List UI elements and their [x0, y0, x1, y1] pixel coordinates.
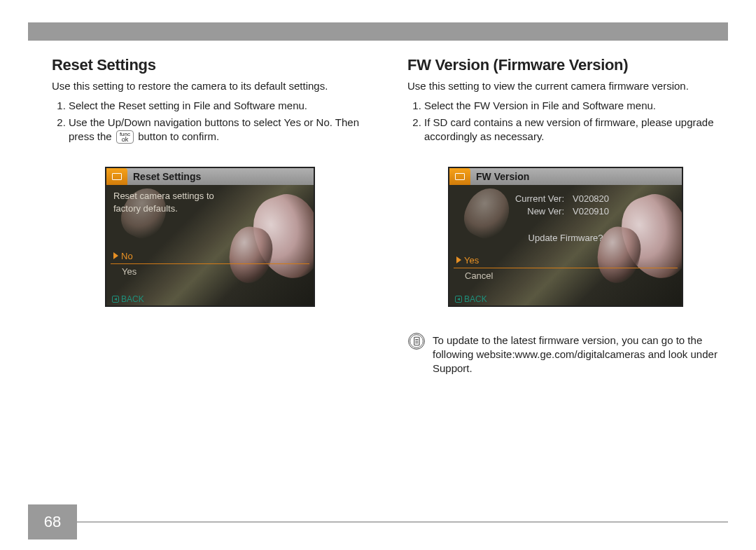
back-button[interactable]: ◂ BACK [112, 294, 144, 304]
back-icon: ◂ [455, 296, 462, 303]
note-icon [407, 332, 426, 354]
back-icon: ◂ [112, 296, 119, 303]
current-ver-value: V020820 [568, 193, 609, 204]
prompt: Update Firmware? [449, 233, 682, 243]
option-label: Cancel [465, 270, 493, 281]
message-line: factory defaults. [113, 203, 178, 214]
step-text: button to confirm. [138, 130, 219, 142]
intro-reset: Use this setting to restore the camera t… [52, 80, 368, 93]
menu-tab-icon [106, 168, 127, 185]
selection-arrow-icon [456, 256, 461, 263]
option-yes[interactable]: Yes [122, 266, 136, 277]
option-label: No [121, 251, 133, 261]
intro-fw: Use this setting to view the current cam… [407, 80, 724, 93]
option-yes[interactable]: Yes [456, 255, 479, 266]
screenshot-fw: FW Version Current Ver: V020820 New Ver:… [448, 167, 683, 307]
step: If SD card contains a new version of fir… [424, 116, 724, 144]
option-label: Yes [122, 266, 136, 277]
option-label: Yes [464, 255, 479, 266]
note: To update to the latest firmware version… [407, 332, 724, 376]
back-label: BACK [464, 294, 487, 304]
current-ver-label: Current Ver: [449, 193, 568, 204]
ok-label: ok [120, 137, 130, 142]
screenshot-reset: Reset Settings Reset camera settings to … [105, 167, 315, 307]
screenshot-header: FW Version [449, 168, 682, 185]
option-cancel[interactable]: Cancel [465, 270, 493, 281]
column-reset-settings: Reset Settings Use this setting to resto… [52, 56, 368, 376]
selection-arrow-icon [113, 252, 118, 259]
step: Use the Up/Down navigation buttons to se… [69, 116, 368, 144]
footer-rule [77, 521, 728, 523]
steps-reset: Select the Reset setting in File and Sof… [52, 99, 368, 144]
new-ver-row: New Ver: V020910 [449, 206, 682, 216]
heading-reset: Reset Settings [52, 56, 368, 74]
step: Select the Reset setting in File and Sof… [69, 99, 368, 113]
option-divider [111, 263, 309, 264]
note-text: To update to the latest firmware version… [433, 332, 724, 376]
screenshot-header: Reset Settings [106, 168, 314, 185]
screenshot-title: FW Version [476, 171, 529, 182]
steps-fw: Select the FW Version in File and Softwa… [407, 99, 724, 144]
message-line: Reset camera settings to [113, 191, 214, 201]
func-ok-button-icon: func ok [116, 130, 134, 144]
option-divider [454, 268, 678, 268]
new-ver-value: V020910 [568, 206, 609, 216]
heading-fw: FW Version (Firmware Version) [407, 56, 724, 74]
screenshot-title: Reset Settings [133, 171, 201, 182]
header-bar [28, 22, 728, 41]
current-ver-row: Current Ver: V020820 [449, 193, 682, 204]
step: Select the FW Version in File and Softwa… [424, 99, 724, 113]
menu-tab-icon [449, 168, 470, 185]
page-number: 68 [28, 504, 77, 539]
back-label: BACK [121, 294, 144, 304]
option-no[interactable]: No [113, 251, 133, 261]
back-button[interactable]: ◂ BACK [455, 294, 487, 304]
new-ver-label: New Ver: [449, 206, 568, 216]
column-fw-version: FW Version (Firmware Version) Use this s… [407, 56, 724, 376]
